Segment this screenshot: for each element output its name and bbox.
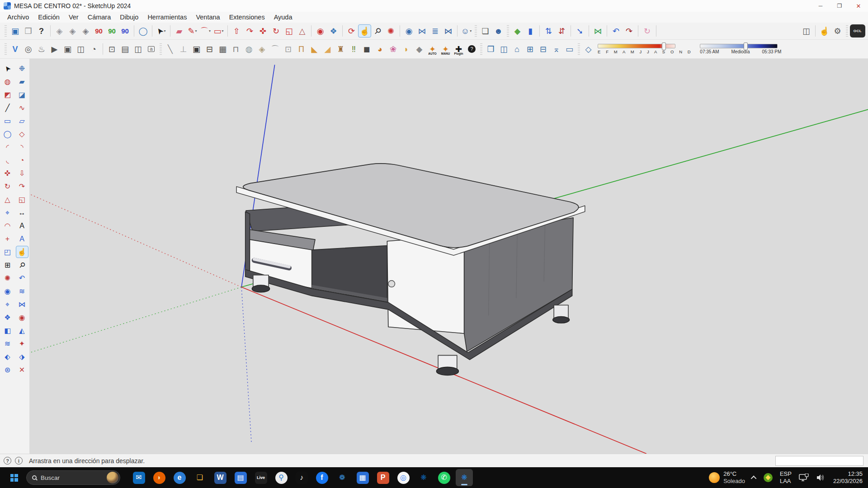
position-camera-tool[interactable]: ◉ (1, 285, 14, 297)
edge-app[interactable]: e (171, 469, 188, 486)
toolbar-drag-handle[interactable] (5, 43, 7, 55)
walk-button[interactable]: ≣ (429, 24, 442, 38)
rotate-tool-button[interactable]: ↻ (269, 24, 283, 38)
followme-tool[interactable]: ↷ (16, 180, 28, 192)
menu-herramientas[interactable]: Herramientas (143, 13, 191, 22)
bing-search-app[interactable]: ⚲ (273, 469, 290, 486)
bin-component-button[interactable]: ◼ (360, 42, 373, 56)
angle-red-button[interactable]: 90 (92, 24, 105, 38)
ocl-camera-button[interactable]: OCL (850, 24, 865, 38)
faucet-component-button[interactable]: ⌒ (269, 42, 282, 56)
rotated-rectangle-tool[interactable]: ▱ (16, 115, 28, 127)
fruitbowl-component-button[interactable]: ◕ (373, 42, 387, 56)
panel-door-button[interactable]: ◫ (132, 42, 145, 56)
msn-app[interactable]: ❁ (334, 469, 351, 486)
panel-window-button[interactable]: ▤ (118, 42, 132, 56)
eraser-tool[interactable]: ▰ (16, 75, 28, 88)
freehand-tool[interactable]: ∿ (16, 102, 28, 114)
close-button[interactable]: ✕ (849, 0, 868, 12)
tiktok-app[interactable]: ♪ (293, 469, 310, 486)
shadow-date-slider[interactable]: E F M A M J J A S O N D (598, 44, 693, 54)
gpu-tray-icon[interactable] (764, 473, 773, 482)
firefox-app[interactable]: ◗ (151, 469, 168, 486)
tape-measure-tool[interactable]: ⌖ (1, 206, 14, 219)
rectangle-tool-button[interactable]: ▭▾ (212, 24, 225, 38)
info-icon[interactable]: i (15, 457, 23, 465)
clock-widget[interactable]: 12:35 22/03/2026 (833, 470, 863, 485)
paint-bucket-button[interactable]: ❖ (327, 24, 340, 38)
bottles-component-button[interactable]: ‼ (347, 42, 360, 56)
extension-curve-button[interactable]: ↻ (641, 24, 654, 38)
arch-wardrobe-button[interactable]: ⊞ (524, 42, 537, 56)
eraser-tool-button[interactable]: ▰ (173, 24, 186, 38)
polygon-tool[interactable]: ◇ (16, 128, 28, 140)
menu-ayuda[interactable]: Ayuda (269, 13, 297, 22)
microwave-component-button[interactable]: ⊟ (203, 42, 216, 56)
outlook-app[interactable]: ✉ (130, 469, 147, 486)
section-display-tool[interactable]: ⋈ (16, 298, 28, 310)
model-info-button[interactable]: ❒ (22, 24, 35, 38)
measurements-input[interactable] (775, 456, 863, 466)
volume-icon[interactable] (816, 474, 826, 482)
arch-rect-button[interactable]: ▭ (563, 42, 576, 56)
component-tool[interactable]: ◍ (1, 75, 14, 88)
menu-edicion[interactable]: Edición (33, 13, 64, 22)
look-around-tool[interactable]: ⌖ (1, 298, 14, 310)
menu-extensiones[interactable]: Extensiones (225, 13, 269, 22)
menu-ver[interactable]: Ver (64, 13, 83, 22)
oven-component-button[interactable]: ▣ (190, 42, 203, 56)
select-tool[interactable]: ➤ (1, 62, 14, 75)
toolbar-drag-handle[interactable] (475, 25, 477, 37)
import-button[interactable]: ⇅ (542, 24, 555, 38)
followme-tool-button[interactable]: ↷ (243, 24, 256, 38)
toolbar-drag-handle[interactable] (507, 25, 509, 37)
network-display-icon[interactable] (799, 474, 809, 482)
new-file-button[interactable]: ❏ (479, 24, 492, 38)
pushpull-tool[interactable]: ⇩ (16, 167, 28, 179)
menu-camara[interactable]: Cámara (83, 13, 116, 22)
menu-dibujo[interactable]: Dibujo (115, 13, 143, 22)
material-sample-tool[interactable]: ◉ (16, 311, 28, 324)
live-app[interactable]: Live (252, 469, 269, 486)
angle-green-button[interactable]: 90 (105, 24, 118, 38)
settings-gear-button[interactable]: ⚙ (831, 24, 844, 38)
shadows-tool[interactable]: ◭ (16, 324, 28, 337)
rotate-tool[interactable]: ↻ (1, 180, 14, 192)
text-tool[interactable]: A (16, 220, 28, 232)
start-button[interactable] (5, 469, 23, 486)
time-slider-thumb[interactable] (744, 42, 748, 50)
shadow-time-slider[interactable]: 07:35 AM Mediodía 05:33 PM (700, 44, 781, 54)
zoom-tool-button[interactable]: ⚲ (371, 24, 384, 38)
position-camera-button[interactable]: ◉ (402, 24, 415, 38)
scale-tool-button[interactable]: ◱ (283, 24, 296, 38)
account-button[interactable]: ☺▾ (460, 24, 473, 38)
selection-arrow-button[interactable]: ➘ (573, 24, 586, 38)
file-explorer-app[interactable]: ❏ (191, 469, 208, 486)
toolbar-drag-handle[interactable] (846, 25, 848, 37)
plane-front-button[interactable]: ◈ (53, 24, 66, 38)
extension-c-tool[interactable]: ⬗ (16, 351, 28, 363)
weather-widget[interactable]: 26°C Soleado (709, 470, 745, 485)
plugin-button[interactable]: ✚Plugin (452, 42, 465, 56)
angle-blue-button[interactable]: 90 (118, 24, 132, 38)
panel-frame-button[interactable]: ⊡ (105, 42, 118, 56)
axes-tool[interactable]: + (1, 233, 14, 245)
toolbar-drag-handle[interactable] (480, 43, 482, 55)
time-gradient-track[interactable] (700, 44, 778, 48)
material-b-button[interactable]: ▮ (524, 24, 537, 38)
paint-bucket-tool[interactable]: ❖ (1, 311, 14, 324)
zoom-selection-button[interactable]: ◯ (137, 24, 150, 38)
model-viewport[interactable] (30, 59, 868, 454)
zoom-tool[interactable]: ⚲ (16, 259, 28, 271)
move-tool[interactable]: ✜ (1, 167, 14, 179)
extension-b-tool[interactable]: ⬖ (1, 351, 14, 363)
arch-cabinet-button[interactable]: ◫ (497, 42, 510, 56)
threed-text-tool[interactable]: A (16, 233, 28, 245)
vray-render-last-button[interactable]: ▶ (48, 42, 61, 56)
protractor-tool[interactable]: ◠ (1, 220, 14, 232)
sink-component-button[interactable]: ◍ (242, 42, 255, 56)
walk-tool[interactable]: ≋ (16, 285, 28, 297)
zoom-extents-button[interactable]: ✺ (384, 24, 397, 38)
menu-archivo[interactable]: Archivo (3, 13, 33, 22)
hand-tool-button[interactable]: ☝ (818, 24, 831, 38)
